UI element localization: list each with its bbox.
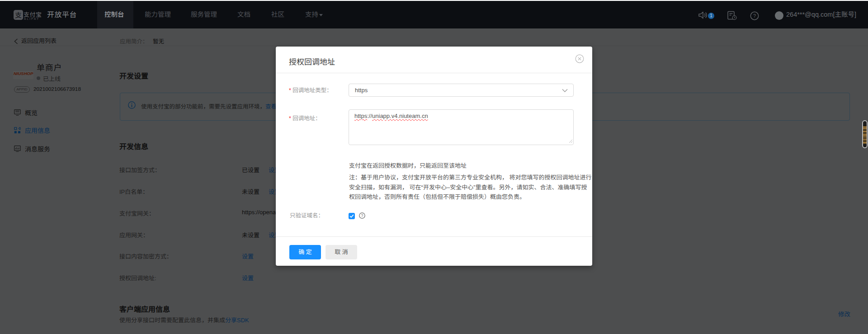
svg-text:支: 支 [15, 10, 22, 19]
svg-text:?: ? [361, 213, 363, 218]
svg-text:?: ? [753, 13, 756, 19]
